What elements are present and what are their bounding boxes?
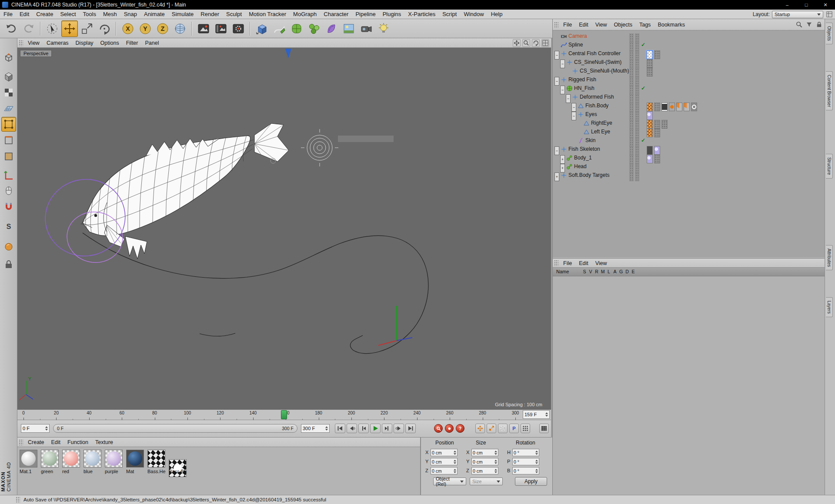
null-target-circle[interactable]	[317, 145, 322, 150]
side-tab-layers[interactable]: Layers	[826, 297, 833, 317]
panel-grip-icon[interactable]	[16, 497, 20, 503]
size-mode-dropdown[interactable]: Size	[470, 477, 503, 485]
column-header-a[interactable]: A	[612, 269, 618, 274]
tree-row-camera[interactable]: Camera	[553, 32, 825, 40]
panel-grip-icon[interactable]	[554, 260, 558, 266]
next-key-button[interactable]	[394, 424, 404, 433]
material-swatch-green[interactable]	[41, 450, 59, 468]
side-tab-content-browser[interactable]: Content Browser	[826, 71, 833, 110]
live-selection-icon[interactable]	[44, 20, 60, 37]
layout-switch-icon[interactable]	[825, 10, 833, 18]
materials-menu-function[interactable]: Function	[64, 438, 92, 446]
tree-row-soft-body-targets[interactable]: +Soft.Body Targets	[553, 171, 825, 179]
size-z-field[interactable]: 0 cm	[471, 467, 498, 474]
null-target-circle[interactable]	[314, 142, 326, 154]
side-tab-attributes[interactable]: Attributes	[826, 245, 833, 270]
coordinate-mode-dropdown[interactable]: Object (Rel)	[433, 477, 466, 485]
point-mode-icon[interactable]	[1, 117, 16, 132]
menu-edit[interactable]: Edit	[16, 10, 33, 19]
object-manager-menu-view[interactable]: View	[592, 21, 611, 29]
size-x-field[interactable]: 0 cm	[471, 449, 498, 456]
animation-spline-path[interactable]	[83, 233, 428, 354]
object-manager-menu-objects[interactable]: Objects	[611, 21, 636, 29]
lock-x-icon[interactable]: X	[120, 20, 136, 37]
viewport-toggle-icon[interactable]	[541, 39, 549, 47]
viewport-menu-options[interactable]: Options	[97, 39, 123, 47]
menu-mograph[interactable]: MoGraph	[290, 10, 320, 19]
workplane-mode-icon[interactable]	[1, 101, 16, 116]
material-swatch-purple[interactable]	[105, 450, 123, 468]
lock-icon[interactable]	[815, 20, 823, 28]
previous-key-button[interactable]	[347, 424, 357, 433]
tree-row-deformed-fish[interactable]: −Deformed Fish	[553, 93, 825, 101]
tree-row-hn-fish[interactable]: −HN_Fish✓	[553, 84, 825, 93]
field-stepper[interactable]	[535, 460, 538, 464]
apply-button[interactable]: Apply	[515, 477, 547, 486]
menu-tools[interactable]: Tools	[80, 10, 100, 19]
layer-menu-edit[interactable]: Edit	[575, 259, 592, 267]
null-target-circle[interactable]	[307, 135, 332, 160]
range-start-field[interactable]: 0 F	[21, 424, 50, 433]
simulation-mode-icon[interactable]	[1, 239, 16, 254]
viewport-pan-icon[interactable]	[513, 39, 521, 47]
side-tab-objects[interactable]: Objects	[826, 23, 833, 44]
fish-tail-fin[interactable]	[254, 123, 289, 162]
viewport-panel[interactable]: Y ViewCamerasDisplayOptionsFilterPanel P…	[17, 38, 551, 410]
search-icon[interactable]	[795, 20, 803, 28]
field-stepper[interactable]	[454, 451, 456, 455]
menu-plugins[interactable]: Plugins	[379, 10, 405, 19]
timeline-playhead[interactable]	[281, 410, 287, 419]
record-scale-button[interactable]	[487, 424, 496, 433]
camera-icon[interactable]	[358, 20, 374, 37]
column-header-g[interactable]: G	[618, 269, 624, 274]
menu-x-particles[interactable]: X-Particles	[404, 10, 439, 19]
minimize-button[interactable]: –	[778, 0, 797, 10]
mograph-icon[interactable]	[306, 20, 322, 37]
range-start-stepper[interactable]	[45, 426, 48, 431]
field-stepper[interactable]	[494, 451, 497, 455]
menu-animate[interactable]: Animate	[140, 10, 168, 19]
viewport-menu-cameras[interactable]: Cameras	[43, 39, 72, 47]
position-z-field[interactable]: 0 cm	[431, 467, 458, 474]
viewport-canvas[interactable]: Y	[17, 38, 551, 410]
field-stepper[interactable]	[454, 460, 456, 464]
column-header-m[interactable]: M	[600, 269, 606, 274]
tree-row-head[interactable]: +Head	[553, 162, 825, 171]
goto-end-button[interactable]	[405, 424, 416, 433]
materials-menu-create[interactable]: Create	[24, 438, 48, 446]
autokeying-button[interactable]	[445, 424, 454, 433]
visibility-dots-icon[interactable]	[629, 172, 634, 181]
record-keyframe-button[interactable]	[434, 424, 443, 433]
tree-row-eyes[interactable]: −Eyes	[553, 110, 825, 119]
object-manager-menu-file[interactable]: File	[560, 21, 575, 29]
null-target-circle[interactable]	[310, 138, 329, 157]
menu-script[interactable]: Script	[439, 10, 460, 19]
column-header-d[interactable]: D	[624, 269, 630, 274]
render-settings-icon[interactable]	[230, 20, 247, 37]
axis-mode-icon[interactable]	[1, 168, 16, 182]
timeline-ruler[interactable]: 0204060801001201401601802002202402602803…	[17, 410, 551, 420]
record-help-button[interactable]: ?	[456, 424, 464, 433]
viewport-menu-view[interactable]: View	[24, 39, 43, 47]
visibility-dots-icon[interactable]	[635, 172, 639, 181]
object-manager-menu-edit[interactable]: Edit	[575, 21, 592, 29]
layer-menu-view[interactable]: View	[592, 259, 611, 267]
field-stepper[interactable]	[454, 469, 456, 473]
record-position-button[interactable]	[475, 424, 485, 433]
layer-menu-file[interactable]: File	[560, 259, 575, 267]
tree-row-cs-sinenull-swim-[interactable]: −CS_SineNull-(Swim)	[553, 58, 825, 66]
expand-toggle[interactable]: +	[554, 172, 559, 181]
tree-row-body-1[interactable]: +Body_1	[553, 153, 825, 162]
menu-motion-tracker[interactable]: Motion Tracker	[245, 10, 290, 19]
close-button[interactable]: ✕	[816, 0, 835, 10]
menu-simulate[interactable]: Simulate	[168, 10, 197, 19]
enabled-check-icon[interactable]: ✓	[641, 136, 645, 145]
panel-grip-icon[interactable]	[19, 40, 23, 46]
primitive-cube-icon[interactable]	[254, 20, 270, 37]
tree-row-righteye[interactable]: RightEye	[553, 119, 825, 127]
tree-row-spline[interactable]: Spline✓	[553, 40, 825, 49]
menu-mesh[interactable]: Mesh	[100, 10, 120, 19]
spline-segment[interactable]	[200, 333, 235, 336]
viewport-view-label[interactable]: Perspective	[20, 50, 52, 57]
enabled-check-icon[interactable]: ✓	[641, 84, 645, 93]
